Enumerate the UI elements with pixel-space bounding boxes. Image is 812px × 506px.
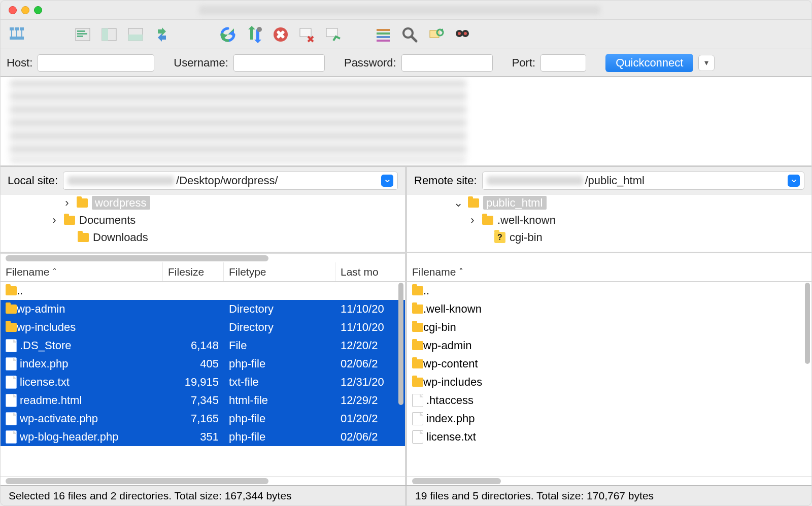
toggle-tree-icon[interactable] xyxy=(98,24,120,45)
window-title-blurred xyxy=(199,6,600,15)
tree-item[interactable]: › Documents xyxy=(1,212,405,229)
disclosure-arrow-icon[interactable]: › xyxy=(467,214,478,227)
svg-rect-3 xyxy=(10,37,24,40)
local-file-list[interactable]: .. wp-admin Directory 11/10/20 wp-includ… xyxy=(1,282,405,476)
file-row[interactable]: .DS_Store 6,148 File 12/20/2 xyxy=(1,336,405,355)
disconnect-icon[interactable] xyxy=(296,24,318,45)
filter-icon[interactable] xyxy=(372,24,394,45)
local-list-header[interactable]: Filename˄ Filesize Filetype Last mo xyxy=(1,262,405,282)
remote-file-list[interactable]: .. .well-known cgi-bin wp-admin wp-conte… xyxy=(407,282,811,476)
compare-icon[interactable] xyxy=(425,24,447,45)
remote-tree[interactable]: ⌄ public_html › .well-known cgi-bin xyxy=(407,194,811,253)
local-list-vscrollbar[interactable] xyxy=(398,283,403,405)
folder-icon xyxy=(412,286,423,295)
search-icon[interactable] xyxy=(398,24,421,45)
file-row[interactable]: license.txt xyxy=(407,428,811,446)
window-maximize-button[interactable] xyxy=(34,6,42,14)
remote-list-header[interactable]: Filename˄ xyxy=(407,262,811,282)
site-manager-icon[interactable] xyxy=(6,24,28,45)
file-row[interactable]: wp-includes xyxy=(407,373,811,391)
file-row[interactable]: license.txt 19,915 txt-file 12/31/20 xyxy=(1,373,405,391)
disclosure-arrow-icon[interactable]: ⌄ xyxy=(453,196,464,210)
svg-rect-10 xyxy=(77,36,83,37)
file-row[interactable]: index.php 405 php-file 02/06/2 xyxy=(1,355,405,373)
remote-path-field[interactable]: /public_html xyxy=(482,172,805,190)
tree-item[interactable]: Downloads xyxy=(1,229,405,246)
svg-point-17 xyxy=(257,27,262,32)
svg-rect-9 xyxy=(77,33,87,35)
folder-icon xyxy=(412,378,423,387)
col-filesize: Filesize xyxy=(163,262,224,281)
svg-rect-21 xyxy=(300,28,311,37)
password-input[interactable] xyxy=(401,54,493,72)
quickconnect-history-dropdown[interactable]: ▾ xyxy=(698,55,715,71)
file-row[interactable]: .htaccess xyxy=(407,391,811,410)
file-row[interactable]: wp-activate.php 7,165 php-file 01/20/2 xyxy=(1,410,405,428)
toggle-log-icon[interactable] xyxy=(72,24,94,45)
file-icon xyxy=(6,412,17,425)
username-label: Username: xyxy=(174,56,228,70)
sort-asc-icon: ˄ xyxy=(459,266,463,278)
file-row[interactable]: wp-admin Directory 11/10/20 xyxy=(1,300,405,318)
local-path-field[interactable]: /Desktop/wordpress/ xyxy=(63,172,398,190)
svg-point-35 xyxy=(464,32,467,35)
file-row[interactable]: cgi-bin xyxy=(407,318,811,336)
svg-point-34 xyxy=(458,32,461,35)
find-icon[interactable] xyxy=(451,24,473,45)
local-tree-scrollbar[interactable] xyxy=(1,253,405,262)
toggle-queue-icon[interactable] xyxy=(124,24,147,45)
file-row[interactable]: index.php xyxy=(407,410,811,428)
reconnect-icon[interactable] xyxy=(322,24,345,45)
host-input[interactable] xyxy=(38,54,154,72)
local-tree[interactable]: › wordpress › Documents Downloads xyxy=(1,194,405,253)
folder-icon xyxy=(64,216,75,225)
refresh-icon[interactable] xyxy=(217,24,239,45)
remote-path-visible: /public_html xyxy=(585,174,645,187)
remote-list-vscrollbar[interactable] xyxy=(805,283,810,364)
file-row[interactable]: .well-known xyxy=(407,300,811,318)
disclosure-arrow-icon[interactable]: › xyxy=(49,214,60,227)
log-content-blurred xyxy=(10,80,466,162)
folder-icon xyxy=(77,198,88,208)
col-filename: Filename˄ xyxy=(407,262,811,281)
tree-item[interactable]: › wordpress xyxy=(1,194,405,212)
window-minimize-button[interactable] xyxy=(21,6,29,14)
folder-icon xyxy=(6,305,17,314)
folder-icon xyxy=(412,359,423,368)
svg-rect-24 xyxy=(377,32,390,35)
tree-item[interactable]: › .well-known xyxy=(407,212,811,229)
file-icon xyxy=(6,357,17,370)
cancel-icon[interactable] xyxy=(269,24,292,45)
folder-icon xyxy=(6,286,17,295)
file-row[interactable]: wp-blog-header.php 351 php-file 02/06/2 xyxy=(1,428,405,446)
username-input[interactable] xyxy=(233,54,325,72)
remote-site-label: Remote site: xyxy=(414,174,477,187)
message-log[interactable] xyxy=(1,77,811,167)
folder-icon xyxy=(412,341,423,350)
file-icon xyxy=(6,376,17,389)
port-input[interactable] xyxy=(540,54,586,72)
file-row[interactable]: .. xyxy=(407,282,811,300)
svg-line-28 xyxy=(412,37,416,41)
disclosure-arrow-icon[interactable]: › xyxy=(61,196,73,210)
quickconnect-button[interactable]: Quickconnect xyxy=(605,54,693,72)
local-list-hscrollbar[interactable] xyxy=(1,476,405,485)
file-row[interactable]: wp-content xyxy=(407,355,811,373)
file-row[interactable]: readme.html 7,345 html-file 12/29/2 xyxy=(1,391,405,410)
dropdown-chevron-icon[interactable] xyxy=(381,175,393,187)
dropdown-chevron-icon[interactable] xyxy=(788,175,800,187)
remote-list-hscrollbar[interactable] xyxy=(407,476,811,485)
file-row[interactable]: wp-includes Directory 11/10/20 xyxy=(1,318,405,336)
file-row[interactable]: wp-admin xyxy=(407,336,811,355)
svg-rect-26 xyxy=(377,40,390,42)
svg-rect-23 xyxy=(377,29,390,31)
password-label: Password: xyxy=(344,56,396,70)
window-close-button[interactable] xyxy=(9,6,17,14)
file-icon xyxy=(6,430,17,444)
sync-browse-icon[interactable] xyxy=(151,24,173,45)
file-row[interactable]: .. xyxy=(1,282,405,300)
tree-item[interactable]: cgi-bin xyxy=(407,229,811,246)
process-queue-icon[interactable] xyxy=(243,24,265,45)
tree-item[interactable]: ⌄ public_html xyxy=(407,194,811,212)
col-lastmod: Last mo xyxy=(335,262,405,281)
